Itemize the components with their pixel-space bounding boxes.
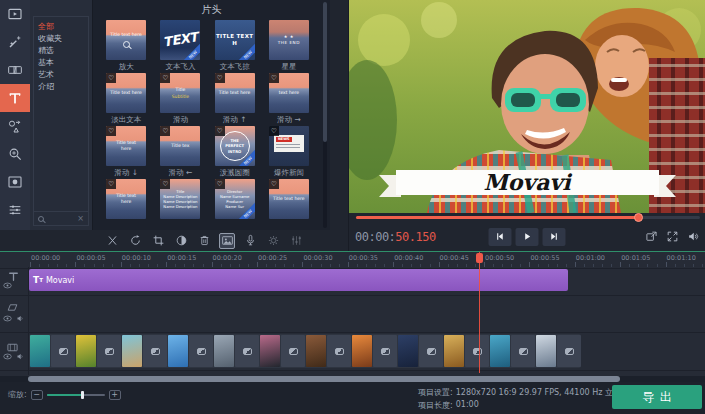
category-intro[interactable]: 介绍 <box>38 81 88 93</box>
template-item[interactable]: Title text here 滑动 ↓ <box>100 126 152 179</box>
volume-icon[interactable] <box>687 230 700 243</box>
favorite-heart-icon[interactable] <box>106 179 116 189</box>
transition-slot[interactable] <box>373 335 397 367</box>
search-icon[interactable] <box>38 216 44 222</box>
video-track-visibility-icon[interactable] <box>3 353 12 360</box>
video-clip[interactable] <box>76 335 96 367</box>
playhead-marker[interactable] <box>476 253 483 263</box>
favorite-heart-icon[interactable] <box>106 126 116 136</box>
video-clip[interactable] <box>122 335 142 367</box>
zoom-slider[interactable] <box>47 390 105 400</box>
crop-button[interactable] <box>150 233 166 249</box>
fullscreen-icon[interactable] <box>666 230 679 243</box>
split-button[interactable] <box>104 233 120 249</box>
seekbar[interactable] <box>356 216 700 219</box>
video-clip[interactable] <box>306 335 326 367</box>
clear-search-icon[interactable]: × <box>77 215 84 223</box>
video-clip[interactable] <box>260 335 280 367</box>
tool-highlight-conceal[interactable] <box>0 168 30 196</box>
next-frame-button[interactable] <box>543 228 566 246</box>
title-clip[interactable]: Movavi <box>29 269 568 291</box>
video-clip[interactable] <box>352 335 372 367</box>
record-audio-button[interactable] <box>242 233 258 249</box>
play-button[interactable] <box>516 228 539 246</box>
favorite-heart-icon[interactable] <box>215 179 225 189</box>
video-clip[interactable] <box>444 335 464 367</box>
title-track-visibility-icon[interactable] <box>3 282 12 289</box>
tool-more-tools[interactable] <box>0 196 30 224</box>
template-item[interactable]: THE PERFECT INTRO NEW 泼溅圆圈 <box>209 126 261 179</box>
favorite-heart-icon[interactable] <box>269 126 279 136</box>
category-favorites[interactable]: 收藏夹 <box>38 33 88 45</box>
favorite-heart-icon[interactable] <box>160 126 170 136</box>
template-item[interactable]: Title text here 放大 <box>100 20 152 73</box>
favorite-heart-icon[interactable] <box>160 179 170 189</box>
zoom-slider-handle[interactable] <box>81 391 84 399</box>
transition-slot[interactable] <box>97 335 121 367</box>
tool-titles[interactable] <box>0 84 30 112</box>
transition-slot[interactable] <box>143 335 167 367</box>
grid-scrollbar[interactable] <box>323 2 327 228</box>
transition-slot[interactable] <box>281 335 305 367</box>
rotate-button[interactable] <box>127 233 143 249</box>
linked-track-mute-icon[interactable] <box>16 314 25 323</box>
tool-filters[interactable] <box>0 28 30 56</box>
zoom-in-button[interactable]: + <box>109 390 121 400</box>
tool-transitions[interactable] <box>0 56 30 84</box>
favorite-heart-icon[interactable] <box>269 73 279 83</box>
video-track-mute-icon[interactable] <box>16 352 25 361</box>
template-item[interactable]: TITLE TEXT H NEW 文本飞掠 <box>209 20 261 73</box>
video-clip[interactable] <box>398 335 418 367</box>
transition-slot[interactable] <box>327 335 351 367</box>
collapse-panel-icon[interactable] <box>93 112 94 128</box>
template-item[interactable]: NEWS 爆炸新闻 <box>263 126 315 179</box>
previous-frame-button[interactable] <box>489 228 512 246</box>
seekbar-handle[interactable] <box>634 213 643 222</box>
transition-slot[interactable] <box>557 335 581 367</box>
category-featured[interactable]: 精选 <box>38 45 88 57</box>
template-item[interactable]: text here 滑动 → <box>263 73 315 126</box>
template-item[interactable]: Director Name Surname Producer Name Sur … <box>209 179 261 230</box>
zoom-out-button[interactable]: − <box>31 390 43 400</box>
tool-pan-zoom[interactable] <box>0 140 30 168</box>
template-item[interactable]: Title text here 淡出文本 <box>100 73 152 126</box>
transition-slot[interactable] <box>419 335 443 367</box>
favorite-heart-icon[interactable] <box>106 73 116 83</box>
export-button[interactable]: 导出 <box>612 385 702 409</box>
clip-settings-button[interactable] <box>265 233 281 249</box>
grid-scrollbar-thumb[interactable] <box>323 2 327 142</box>
template-item[interactable]: ★ ★ THE END 星星 <box>263 20 315 73</box>
template-item[interactable]: Title tex 滑动 ← <box>154 126 206 179</box>
video-clip[interactable] <box>536 335 556 367</box>
template-item[interactable]: Title Subtitle 滑动 <box>154 73 206 126</box>
video-clip[interactable] <box>30 335 50 367</box>
tool-media[interactable] <box>0 0 30 28</box>
template-item[interactable]: TEXT NEW 文本飞入 <box>154 20 206 73</box>
delete-button[interactable] <box>196 233 212 249</box>
template-item[interactable]: Title text here 滑动 ↑ <box>209 73 261 126</box>
category-artistic[interactable]: 艺术 <box>38 69 88 81</box>
favorite-heart-icon[interactable] <box>160 73 170 83</box>
template-item[interactable]: Title text here <box>263 179 315 230</box>
color-adjustments-button[interactable] <box>173 233 189 249</box>
favorite-heart-icon[interactable] <box>215 73 225 83</box>
transition-slot[interactable] <box>51 335 75 367</box>
category-basic[interactable]: 基本 <box>38 57 88 69</box>
category-all[interactable]: 全部 <box>38 21 88 33</box>
video-clip[interactable] <box>490 335 510 367</box>
favorite-heart-icon[interactable] <box>215 126 225 136</box>
tool-callouts[interactable] <box>0 112 30 140</box>
timeline-ruler[interactable]: 00:00:0000:00:0500:00:1000:00:1500:00:20… <box>0 252 705 267</box>
transition-slot[interactable] <box>189 335 213 367</box>
transition-slot[interactable] <box>235 335 259 367</box>
undock-player-icon[interactable] <box>645 230 658 243</box>
video-clip[interactable] <box>214 335 234 367</box>
transition-slot[interactable] <box>511 335 535 367</box>
clip-properties-button[interactable] <box>288 233 304 249</box>
playhead-line[interactable] <box>479 252 480 373</box>
image-properties-button[interactable] <box>219 233 235 249</box>
template-item[interactable]: Title text here <box>100 179 152 230</box>
favorite-heart-icon[interactable] <box>269 179 279 189</box>
template-item[interactable]: Title Name Description Name Description … <box>154 179 206 230</box>
transition-slot[interactable] <box>465 335 489 367</box>
